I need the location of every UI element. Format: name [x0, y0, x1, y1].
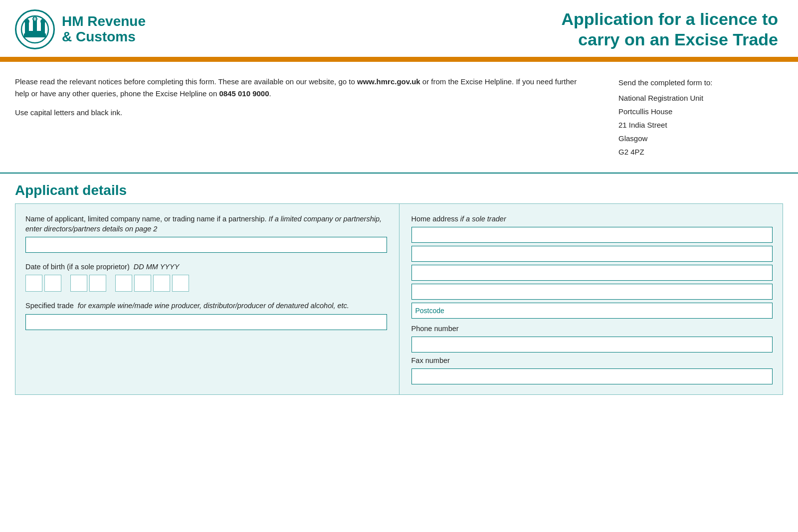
- info-left: Please read the relevant notices before …: [15, 76, 589, 159]
- address-line5: G2 4PZ: [618, 145, 778, 159]
- svg-rect-4: [33, 20, 37, 31]
- orange-bar: [0, 57, 798, 62]
- address-input-2[interactable]: [411, 246, 773, 262]
- dob-field-label: Date of birth (if a sole proprietor) DD …: [25, 262, 387, 272]
- fax-input[interactable]: [411, 368, 773, 384]
- specified-trade-input[interactable]: [25, 314, 387, 330]
- logo-text: HM Revenue & Customs: [62, 14, 146, 45]
- dob-box-y1[interactable]: [115, 275, 132, 292]
- phone-label: Phone number: [411, 324, 773, 334]
- applicant-details-form: Name of applicant, limited company name,…: [15, 203, 783, 395]
- dob-box-d1[interactable]: [25, 275, 42, 292]
- name-input[interactable]: [25, 237, 387, 253]
- address-line4: Glasgow: [618, 132, 778, 145]
- dob-box-y2[interactable]: [134, 275, 151, 292]
- svg-rect-1: [25, 31, 45, 34]
- name-field-label: Name of applicant, limited company name,…: [25, 214, 387, 234]
- dob-box-y4[interactable]: [172, 275, 189, 292]
- send-label: Send the completed form to:: [618, 76, 778, 89]
- header: HM Revenue & Customs Application for a l…: [0, 0, 798, 57]
- crown-icon: [20, 14, 50, 44]
- logo-area: HM Revenue & Customs: [15, 9, 146, 49]
- postcode-wrapper: Postcode: [411, 303, 773, 319]
- info-paragraph: Please read the relevant notices before …: [15, 76, 589, 100]
- dob-box-d2[interactable]: [44, 275, 61, 292]
- address-input-4[interactable]: [411, 284, 773, 300]
- fax-label: Fax number: [411, 355, 773, 365]
- address-input-1[interactable]: [411, 227, 773, 243]
- home-address-label: Home address if a sole trader: [411, 214, 773, 224]
- address-line3: 21 India Street: [618, 118, 778, 132]
- applicant-details-title: Applicant details: [0, 174, 798, 203]
- info-right: Send the completed form to: National Reg…: [618, 76, 778, 159]
- logo-hm: HM Revenue: [62, 14, 146, 29]
- postcode-input[interactable]: [411, 303, 773, 319]
- dob-group: [25, 275, 387, 292]
- specified-trade-label: Specified trade for example wine/made wi…: [25, 301, 387, 311]
- form-left-column: Name of applicant, limited company name,…: [15, 204, 399, 395]
- header-title: Application for a licence to carry on an…: [561, 9, 778, 50]
- logo-customs: & Customs: [62, 29, 146, 45]
- address-line2: Portcullis House: [618, 105, 778, 118]
- address-line1: National Registration Unit: [618, 91, 778, 105]
- address-input-3[interactable]: [411, 265, 773, 281]
- dob-box-m1[interactable]: [70, 275, 87, 292]
- phone-input[interactable]: [411, 337, 773, 353]
- dob-box-m2[interactable]: [89, 275, 106, 292]
- info-section: Please read the relevant notices before …: [0, 62, 798, 174]
- form-right-column: Home address if a sole trader Postcode P…: [399, 204, 783, 395]
- capital-note: Use capital letters and black ink.: [15, 107, 589, 119]
- dob-box-y3[interactable]: [153, 275, 170, 292]
- hmrc-logo-circle: [15, 9, 55, 49]
